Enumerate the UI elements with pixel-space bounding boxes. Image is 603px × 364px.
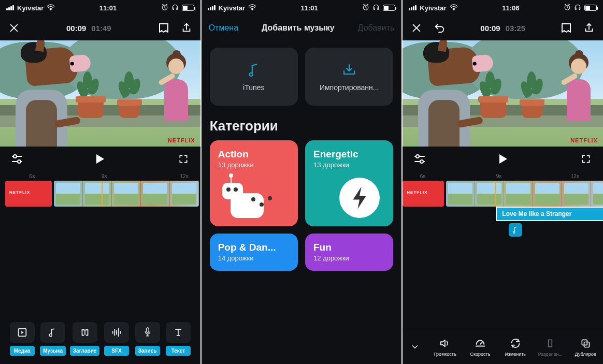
speed-icon xyxy=(475,337,486,350)
svg-point-2 xyxy=(13,155,17,158)
fullscreen-button[interactable] xyxy=(579,152,593,166)
svg-point-11 xyxy=(420,160,423,163)
preview-controls xyxy=(403,147,603,171)
tool-grid: Медиа Музыка Заглавие SFX Запись Текст xyxy=(0,318,200,364)
alarm-icon xyxy=(161,4,168,12)
bookmark-button[interactable] xyxy=(157,21,170,35)
ruler-mark: 12s xyxy=(180,173,189,179)
video-preview[interactable]: NETFLIX xyxy=(0,40,200,147)
headphones-icon xyxy=(171,4,179,12)
fullscreen-button[interactable] xyxy=(177,152,190,166)
category-tracks: 14 дорожки xyxy=(218,254,290,262)
status-time: 11:01 xyxy=(99,4,117,12)
category-fun[interactable]: Fun 12 дорожки xyxy=(305,234,393,271)
alarm-icon xyxy=(564,4,571,12)
svg-rect-5 xyxy=(146,328,149,332)
bookmark-button[interactable] xyxy=(559,21,573,35)
audio-track[interactable]: Love Me like a Stranger xyxy=(403,207,603,222)
tool-label: Заглавие xyxy=(70,346,100,356)
video-track[interactable] xyxy=(0,181,200,207)
watermark: NETFLIX xyxy=(570,137,598,143)
watermark: NETFLIX xyxy=(168,137,195,143)
playhead-time: 00:09 xyxy=(66,24,86,33)
close-button[interactable] xyxy=(7,21,21,35)
tool-text[interactable]: Текст xyxy=(164,322,192,356)
signal-icon xyxy=(6,5,14,10)
settings-icon[interactable] xyxy=(413,152,426,166)
source-label: iTunes xyxy=(243,83,265,92)
svg-point-6 xyxy=(252,9,253,10)
clip-intro[interactable] xyxy=(403,181,444,207)
export-button[interactable] xyxy=(582,21,596,35)
category-action[interactable]: Action 13 дорожки xyxy=(210,140,298,226)
clip-intro[interactable] xyxy=(5,181,52,207)
play-button[interactable] xyxy=(93,152,107,166)
collapse-button[interactable] xyxy=(404,336,426,358)
playhead[interactable] xyxy=(495,181,496,207)
svg-point-10 xyxy=(416,155,419,158)
audio-clip[interactable]: Love Me like a Stranger xyxy=(496,207,603,221)
categories-grid: Action 13 дорожки Energetic 13 дорожки P… xyxy=(202,140,402,271)
settings-icon[interactable] xyxy=(10,152,24,166)
tool-label: Изменить xyxy=(505,352,526,357)
tool-label: Музыка xyxy=(40,346,66,356)
battery-icon xyxy=(584,5,597,11)
timeline-ruler: 6s 9s 12s xyxy=(403,171,603,181)
import-icon xyxy=(342,62,356,78)
tool-sfx[interactable]: SFX xyxy=(103,322,130,356)
timeline-time: 00:09 03:25 xyxy=(480,24,525,33)
timeline-ruler: 6s 9s 12s xyxy=(0,171,200,181)
category-pop-dance[interactable]: Pop & Dan... 14 дорожки xyxy=(210,234,298,271)
status-bar: Kyivstar 11:06 xyxy=(403,0,603,16)
video-track[interactable] xyxy=(403,181,603,207)
video-preview[interactable]: NETFLIX xyxy=(403,40,603,147)
clip-main[interactable] xyxy=(54,181,199,207)
tool-speed[interactable]: Скорость xyxy=(463,337,498,357)
add-button[interactable]: Добавить xyxy=(358,23,395,33)
tool-volume[interactable]: Громкость xyxy=(427,337,463,357)
tool-music[interactable]: Музыка xyxy=(39,322,66,356)
music-nav: Отмена Добавить музыку Добавить xyxy=(202,16,402,40)
wifi-icon xyxy=(450,4,458,12)
music-note-icon xyxy=(247,62,261,78)
tool-label: Дублиров xyxy=(575,352,596,357)
tool-duplicate[interactable]: Дублиров xyxy=(568,337,603,357)
category-name: Action xyxy=(218,149,290,160)
playhead[interactable] xyxy=(102,181,103,207)
wifi-icon xyxy=(248,4,256,12)
clip-main[interactable] xyxy=(446,181,603,207)
headphones-icon xyxy=(574,4,581,12)
headphones-icon xyxy=(372,4,380,12)
total-duration: 01:49 xyxy=(91,24,111,33)
screen-editor-audio: Kyivstar 11:06 00:09 03:25 NETFLIX xyxy=(403,0,603,364)
tool-title[interactable]: Заглавие xyxy=(70,322,100,356)
status-time: 11:06 xyxy=(502,4,519,12)
ruler-mark: 12s xyxy=(571,173,579,179)
tool-label: Медиа xyxy=(10,346,35,356)
ruler-mark: 6s xyxy=(420,173,426,179)
tool-split[interactable]: Разделен... xyxy=(533,337,568,357)
source-itunes[interactable]: iTunes xyxy=(210,48,298,106)
refresh-icon xyxy=(510,337,521,350)
audio-tool-row: Громкость Скорость Изменить Разделен... … xyxy=(403,329,603,364)
cancel-button[interactable]: Отмена xyxy=(209,23,238,33)
export-button[interactable] xyxy=(180,21,193,35)
volume-icon xyxy=(439,337,451,350)
tool-record[interactable]: Запись xyxy=(134,322,161,356)
source-imported[interactable]: Импортированн... xyxy=(305,48,393,106)
category-energetic[interactable]: Energetic 13 дорожки xyxy=(305,140,393,226)
tool-label: Разделен... xyxy=(538,352,563,357)
ruler-mark: 9s xyxy=(496,173,502,179)
screen-add-music: Kyivstar 11:01 Отмена Добавить музыку До… xyxy=(202,0,403,364)
duplicate-icon xyxy=(580,337,591,350)
play-button[interactable] xyxy=(496,152,510,166)
tool-edit[interactable]: Изменить xyxy=(498,337,533,357)
ruler-mark: 9s xyxy=(102,173,107,179)
undo-button[interactable] xyxy=(433,21,446,35)
top-nav: 00:09 01:49 xyxy=(0,16,200,40)
music-marker-icon[interactable] xyxy=(509,223,522,237)
close-button[interactable] xyxy=(410,21,423,35)
tool-label: Запись xyxy=(135,346,160,356)
tool-media[interactable]: Медиа xyxy=(8,322,36,356)
svg-point-8 xyxy=(453,9,454,10)
